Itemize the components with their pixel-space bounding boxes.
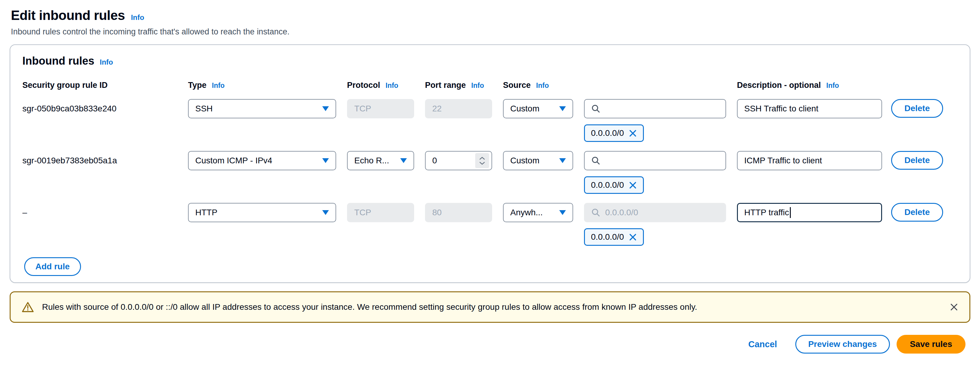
rule-id-text: – [22, 203, 188, 222]
column-type-label: Type [188, 81, 207, 90]
source-type-value: Custom [510, 156, 539, 165]
port-field-disabled: 22 [425, 99, 492, 119]
column-port-range: Port range Info [425, 81, 492, 90]
protocol-field-disabled: TCP [347, 99, 414, 119]
source-search-placeholder: 0.0.0.0/0 [605, 208, 638, 217]
column-port-range-info-link[interactable]: Info [471, 82, 484, 90]
type-select-value: HTTP [195, 208, 217, 217]
chevron-down-icon [559, 106, 566, 111]
rule-row-ssh: sgr-050b9ca03b833e240 SSH TCP 22 Custom [22, 99, 958, 142]
column-description-label: Description - optional [737, 81, 821, 90]
type-select[interactable]: Custom ICMP - IPv4 [188, 151, 336, 170]
port-field-disabled: 80 [425, 203, 492, 222]
source-cidr-tag: 0.0.0.0/0 [584, 176, 644, 194]
column-source: Source Info [503, 81, 573, 90]
warning-banner: Rules with source of 0.0.0.0/0 or ::/0 a… [10, 291, 970, 323]
protocol-select-value: Echo R... [354, 156, 389, 165]
column-header-row: Security group rule ID Type Info Protoco… [22, 81, 958, 90]
description-value: HTTP traffic [744, 208, 789, 217]
protocol-select[interactable]: Echo R... [347, 151, 414, 170]
protocol-field-disabled: TCP [347, 203, 414, 222]
column-port-range-label: Port range [425, 81, 466, 90]
warning-icon [21, 301, 34, 313]
inbound-rules-panel: Inbound rules Info Security group rule I… [10, 44, 970, 283]
page-header: Edit inbound rules Info [10, 8, 970, 23]
column-rule-id-label: Security group rule ID [22, 81, 108, 90]
save-rules-button[interactable]: Save rules [897, 335, 966, 354]
stepper-down-icon [479, 161, 485, 165]
column-protocol-info-link[interactable]: Info [386, 82, 398, 90]
source-type-select[interactable]: Custom [503, 151, 573, 170]
source-cidr-tag-label: 0.0.0.0/0 [591, 232, 624, 242]
footer-actions: Cancel Preview changes Save rules [10, 335, 970, 354]
column-description: Description - optional Info [737, 81, 882, 90]
chevron-down-icon [322, 158, 329, 163]
rule-row-http: – HTTP TCP 80 Anywh... [22, 203, 958, 246]
chevron-down-icon [322, 106, 329, 111]
cancel-button[interactable]: Cancel [748, 339, 777, 349]
source-cidr-tag-label: 0.0.0.0/0 [591, 128, 624, 138]
column-rule-id: Security group rule ID [22, 81, 188, 90]
column-protocol: Protocol Info [347, 81, 414, 90]
port-number-input[interactable]: 0 [425, 151, 492, 170]
source-cidr-tag-label: 0.0.0.0/0 [591, 180, 624, 190]
delete-rule-button[interactable]: Delete [891, 203, 943, 222]
description-input-focused[interactable]: HTTP traffic [737, 203, 882, 222]
number-stepper[interactable] [475, 153, 489, 168]
text-cursor [790, 207, 791, 218]
source-type-value: Anywh... [510, 208, 542, 217]
description-input[interactable]: ICMP Traffic to client [737, 151, 882, 170]
column-protocol-label: Protocol [347, 81, 380, 90]
type-select[interactable]: HTTP [188, 203, 336, 222]
source-search-input-disabled: 0.0.0.0/0 [584, 203, 726, 222]
source-type-value: Custom [510, 104, 539, 114]
source-search-input[interactable] [584, 99, 726, 119]
type-select-value: Custom ICMP - IPv4 [195, 156, 272, 165]
page-subtitle: Inbound rules control the incoming traff… [10, 27, 970, 36]
column-type: Type Info [188, 81, 336, 90]
column-type-info-link[interactable]: Info [212, 82, 224, 90]
column-source-label: Source [503, 81, 531, 90]
source-type-select[interactable]: Custom [503, 99, 573, 119]
search-icon [591, 208, 600, 217]
chevron-down-icon [559, 158, 566, 163]
chevron-down-icon [400, 158, 407, 163]
warning-message: Rules with source of 0.0.0.0/0 or ::/0 a… [42, 302, 697, 312]
source-cidr-tag: 0.0.0.0/0 [584, 228, 644, 246]
type-select[interactable]: SSH [188, 99, 336, 119]
search-icon [591, 104, 600, 113]
remove-tag-icon[interactable] [629, 233, 637, 241]
source-cidr-tag: 0.0.0.0/0 [584, 124, 644, 142]
page-title: Edit inbound rules [11, 8, 125, 23]
remove-tag-icon[interactable] [629, 181, 637, 189]
delete-rule-button[interactable]: Delete [891, 99, 943, 118]
search-icon [591, 156, 600, 165]
column-description-info-link[interactable]: Info [826, 82, 839, 90]
rule-row-icmp: sgr-0019eb7383eb05a1a Custom ICMP - IPv4… [22, 151, 958, 194]
source-type-select[interactable]: Anywh... [503, 203, 573, 222]
close-icon[interactable] [950, 302, 959, 312]
page-title-info-link[interactable]: Info [131, 13, 144, 22]
panel-title-info-link[interactable]: Info [100, 58, 113, 66]
delete-rule-button[interactable]: Delete [891, 151, 943, 170]
panel-header: Inbound rules Info [22, 55, 958, 67]
rule-id-text: sgr-0019eb7383eb05a1a [22, 151, 188, 170]
remove-tag-icon[interactable] [629, 129, 637, 138]
port-number-value: 0 [432, 156, 437, 165]
rule-id-text: sgr-050b9ca03b833e240 [22, 99, 188, 119]
description-input[interactable]: SSH Traffic to client [737, 99, 882, 119]
add-rule-button[interactable]: Add rule [24, 257, 81, 276]
column-source-info-link[interactable]: Info [536, 82, 549, 90]
source-search-input[interactable] [584, 151, 726, 170]
stepper-up-icon [479, 157, 485, 160]
type-select-value: SSH [195, 104, 213, 114]
edit-inbound-rules-page: Edit inbound rules Info Inbound rules co… [0, 0, 980, 354]
panel-title: Inbound rules [22, 55, 94, 67]
chevron-down-icon [322, 210, 329, 215]
preview-changes-button[interactable]: Preview changes [795, 335, 890, 354]
chevron-down-icon [559, 210, 566, 215]
